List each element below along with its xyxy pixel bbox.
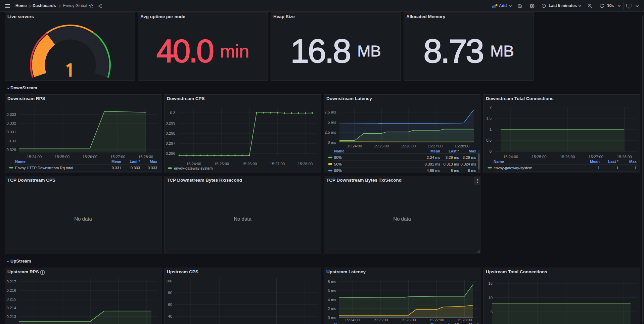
svg-text:envoy-gateway-system: envoy-gateway-system [174, 166, 213, 170]
svg-text:15:27:00: 15:27:00 [428, 144, 443, 148]
svg-text:15:28:00: 15:28:00 [298, 162, 313, 166]
svg-text:0.333: 0.333 [131, 166, 140, 170]
svg-text:Name: Name [334, 149, 344, 153]
svg-text:0.301 ms: 0.301 ms [425, 162, 441, 166]
svg-text:0.331: 0.331 [6, 130, 16, 134]
svg-text:Name: Name [334, 322, 344, 324]
svg-text:0.217: 0.217 [6, 280, 16, 284]
svg-text:0.215: 0.215 [6, 297, 16, 301]
svg-text:15:27:00: 15:27:00 [429, 318, 444, 322]
svg-text:5 ms: 5 ms [328, 120, 336, 124]
svg-text:7.5 ms: 7.5 ms [325, 110, 336, 114]
svg-text:0.333: 0.333 [148, 166, 157, 170]
svg-text:1: 1 [598, 166, 600, 170]
svg-text:1.5: 1.5 [486, 116, 492, 120]
svg-text:0.296: 0.296 [166, 151, 175, 155]
svg-text:3.29 ms: 3.29 ms [463, 155, 476, 159]
svg-text:15:26:00: 15:26:00 [83, 155, 97, 159]
svg-text:0.297: 0.297 [166, 141, 175, 145]
svg-text:6 ms: 6 ms [328, 289, 336, 293]
svg-text:0.5: 0.5 [486, 138, 492, 142]
svg-text:0.214: 0.214 [6, 306, 16, 310]
svg-text:0.313 ms: 0.313 ms [444, 162, 459, 166]
svg-text:Name: Name [494, 159, 504, 164]
svg-text:15: 15 [488, 281, 493, 285]
svg-text:15:25:00: 15:25:00 [374, 144, 389, 148]
svg-text:Mean: Mean [590, 159, 600, 164]
svg-text:15:24:00: 15:24:00 [347, 144, 362, 148]
svg-text:15:25:00: 15:25:00 [214, 162, 229, 166]
svg-text:Envoy HTTP Downstream Rq total: Envoy HTTP Downstream Rq total [15, 166, 73, 170]
svg-text:1: 1 [635, 166, 637, 170]
svg-text:0.324 ms: 0.324 ms [461, 162, 476, 166]
svg-text:Last *: Last * [449, 149, 459, 153]
svg-text:15:25:00: 15:25:00 [532, 155, 546, 159]
svg-text:Last *: Last * [608, 159, 618, 164]
svg-text:15:24:00: 15:24:00 [186, 162, 201, 166]
svg-text:8 ms: 8 ms [468, 169, 476, 173]
svg-text:15:27:00: 15:27:00 [589, 155, 603, 159]
svg-text:2.34 ms: 2.34 ms [427, 155, 441, 159]
svg-text:envoy-gateway-system: envoy-gateway-system [494, 166, 533, 170]
svg-text:Max: Max [629, 159, 637, 164]
svg-text:0.299: 0.299 [166, 121, 175, 125]
svg-text:40: 40 [168, 314, 172, 318]
svg-text:Mean: Mean [111, 159, 121, 164]
svg-text:3.29 ms: 3.29 ms [446, 155, 459, 159]
svg-text:99%: 99% [334, 169, 342, 173]
svg-text:0.216: 0.216 [6, 288, 16, 292]
svg-text:15:27:00: 15:27:00 [270, 162, 285, 166]
svg-text:90%: 90% [334, 155, 342, 159]
svg-text:0 ms: 0 ms [328, 140, 336, 144]
svg-text:15:28:00: 15:28:00 [617, 155, 632, 159]
svg-text:0.298: 0.298 [166, 131, 175, 135]
svg-text:Max: Max [469, 149, 476, 153]
svg-text:60: 60 [168, 303, 172, 307]
svg-text:Last *: Last * [130, 159, 140, 164]
svg-text:Last *: Last * [448, 322, 459, 324]
svg-text:15:26:00: 15:26:00 [560, 155, 575, 159]
svg-text:15:28:00: 15:28:00 [138, 155, 153, 159]
svg-text:0.33: 0.33 [9, 139, 16, 143]
svg-text:0 ms: 0 ms [328, 316, 336, 320]
svg-text:0.329: 0.329 [6, 148, 16, 152]
svg-text:0.213: 0.213 [6, 315, 16, 319]
svg-text:15:24:00: 15:24:00 [27, 155, 42, 159]
svg-text:15:24:00: 15:24:00 [345, 318, 360, 322]
svg-text:15:26:00: 15:26:00 [401, 144, 416, 148]
svg-text:50%: 50% [334, 162, 342, 166]
svg-text:15:27:00: 15:27:00 [110, 155, 125, 159]
svg-text:15:26:00: 15:26:00 [401, 318, 416, 322]
svg-text:2: 2 [490, 105, 492, 109]
svg-text:15:24:00: 15:24:00 [503, 155, 518, 159]
svg-text:15:26:00: 15:26:00 [242, 162, 257, 166]
svg-text:1: 1 [616, 166, 618, 170]
svg-text:Name: Name [15, 159, 26, 164]
svg-text:15:25:00: 15:25:00 [55, 155, 70, 159]
svg-text:Mean: Mean [430, 322, 440, 324]
svg-text:1: 1 [490, 127, 492, 131]
svg-text:4 ms: 4 ms [328, 298, 336, 302]
svg-text:8 ms: 8 ms [328, 280, 336, 284]
svg-text:Mean: Mean [430, 149, 440, 153]
svg-text:0.333: 0.333 [6, 112, 16, 117]
svg-text:Max: Max [469, 322, 476, 324]
svg-text:4.89 ms: 4.89 ms [427, 169, 441, 173]
svg-text:2 ms: 2 ms [328, 307, 336, 311]
svg-text:0: 0 [490, 149, 492, 153]
svg-text:0.3: 0.3 [170, 111, 175, 115]
svg-text:10: 10 [488, 296, 493, 300]
svg-text:15:28:00: 15:28:00 [457, 318, 472, 322]
svg-text:80: 80 [168, 291, 172, 295]
svg-text:100: 100 [166, 279, 172, 283]
svg-text:15:28:00: 15:28:00 [455, 144, 469, 148]
svg-text:Max: Max [150, 159, 157, 164]
svg-text:0.331: 0.331 [112, 166, 121, 170]
svg-text:0.332: 0.332 [6, 121, 16, 125]
svg-text:8 ms: 8 ms [451, 169, 459, 173]
svg-text:15:25:00: 15:25:00 [373, 318, 388, 322]
svg-text:2.5 ms: 2.5 ms [325, 130, 336, 134]
